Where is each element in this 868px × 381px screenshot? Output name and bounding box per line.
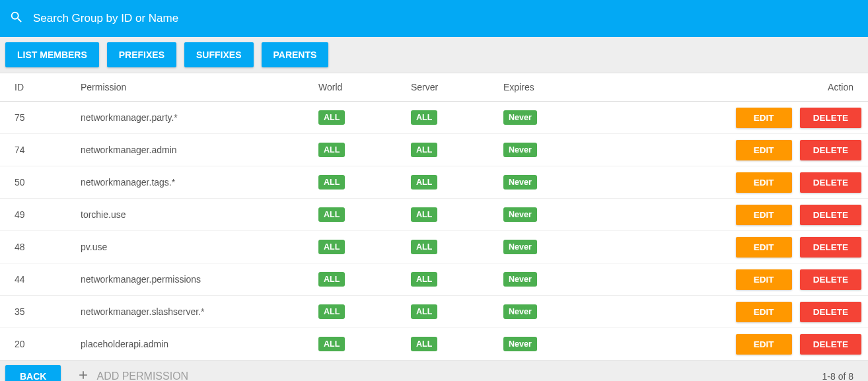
cell-server: ALL <box>411 304 503 319</box>
cell-world: ALL <box>318 304 411 319</box>
delete-button[interactable]: DELETE <box>800 334 861 355</box>
cell-permission: networkmanager.admin <box>81 145 318 155</box>
world-badge: ALL <box>318 304 345 319</box>
col-header-expires: Expires <box>503 82 596 92</box>
tab-parents[interactable]: PARENTS <box>262 42 329 67</box>
footer: BACK ADD PERMISSION 1-8 of 8 <box>0 361 868 381</box>
cell-id: 74 <box>15 145 81 155</box>
cell-permission: pv.use <box>81 242 318 252</box>
cell-id: 35 <box>15 306 81 317</box>
table-row: 48pv.useALLALLNeverEDITDELETE <box>0 231 868 263</box>
expires-badge: Never <box>503 272 537 287</box>
edit-button[interactable]: EDIT <box>736 237 792 258</box>
table-body: 75networkmanager.party.*ALLALLNeverEDITD… <box>0 102 868 361</box>
search-bar <box>0 0 868 37</box>
world-badge: ALL <box>318 272 345 287</box>
edit-button[interactable]: EDIT <box>736 269 792 290</box>
table-row: 35networkmanager.slashserver.*ALLALLNeve… <box>0 296 868 328</box>
server-badge: ALL <box>411 304 437 319</box>
cell-world: ALL <box>318 337 411 351</box>
expires-badge: Never <box>503 110 537 125</box>
cell-world: ALL <box>318 110 411 125</box>
cell-permission: placeholderapi.admin <box>81 339 318 349</box>
col-header-world: World <box>318 82 411 92</box>
server-badge: ALL <box>411 143 437 157</box>
cell-expires: Never <box>503 143 596 157</box>
table-row: 75networkmanager.party.*ALLALLNeverEDITD… <box>0 102 868 134</box>
cell-id: 44 <box>15 274 81 285</box>
expires-badge: Never <box>503 143 537 157</box>
cell-expires: Never <box>503 110 596 125</box>
delete-button[interactable]: DELETE <box>800 205 861 225</box>
cell-expires: Never <box>503 240 596 254</box>
cell-server: ALL <box>411 175 503 190</box>
expires-badge: Never <box>503 207 537 222</box>
delete-button[interactable]: DELETE <box>800 237 861 258</box>
cell-world: ALL <box>318 143 411 157</box>
cell-permission: networkmanager.permissions <box>81 274 318 285</box>
server-badge: ALL <box>411 272 437 287</box>
cell-id: 49 <box>15 209 81 220</box>
edit-button[interactable]: EDIT <box>736 334 792 355</box>
cell-server: ALL <box>411 207 503 222</box>
cell-permission: networkmanager.tags.* <box>81 177 318 188</box>
table-header: ID Permission World Server Expires Actio… <box>0 73 868 102</box>
expires-badge: Never <box>503 304 537 319</box>
world-badge: ALL <box>318 143 345 157</box>
add-permission-button[interactable]: ADD PERMISSION <box>77 368 188 381</box>
cell-server: ALL <box>411 272 503 287</box>
edit-button[interactable]: EDIT <box>736 302 792 322</box>
server-badge: ALL <box>411 337 437 351</box>
search-input[interactable] <box>33 12 859 25</box>
world-badge: ALL <box>318 110 345 125</box>
cell-expires: Never <box>503 304 596 319</box>
delete-button[interactable]: DELETE <box>800 302 861 322</box>
edit-button[interactable]: EDIT <box>736 108 792 128</box>
cell-world: ALL <box>318 272 411 287</box>
table-row: 49torchie.useALLALLNeverEDITDELETE <box>0 199 868 231</box>
table-row: 44networkmanager.permissionsALLALLNeverE… <box>0 263 868 296</box>
cell-expires: Never <box>503 207 596 222</box>
tab-suffixes[interactable]: SUFFIXES <box>184 42 253 67</box>
world-badge: ALL <box>318 175 345 190</box>
table-row: 20placeholderapi.adminALLALLNeverEDITDEL… <box>0 328 868 361</box>
world-badge: ALL <box>318 337 345 351</box>
edit-button[interactable]: EDIT <box>736 140 792 160</box>
add-permission-label: ADD PERMISSION <box>96 370 188 381</box>
delete-button[interactable]: DELETE <box>800 108 861 128</box>
tab-list-members[interactable]: LIST MEMBERS <box>5 42 99 67</box>
cell-server: ALL <box>411 143 503 157</box>
cell-id: 75 <box>15 112 81 123</box>
table-row: 74networkmanager.adminALLALLNeverEDITDEL… <box>0 134 868 166</box>
world-badge: ALL <box>318 240 345 254</box>
delete-button[interactable]: DELETE <box>800 172 861 193</box>
edit-button[interactable]: EDIT <box>736 172 792 193</box>
cell-server: ALL <box>411 110 503 125</box>
expires-badge: Never <box>503 240 537 254</box>
cell-permission: torchie.use <box>81 209 318 220</box>
edit-button[interactable]: EDIT <box>736 205 792 225</box>
expires-badge: Never <box>503 175 537 190</box>
cell-server: ALL <box>411 337 503 351</box>
back-button[interactable]: BACK <box>5 365 61 381</box>
cell-id: 20 <box>15 339 81 349</box>
col-header-action: Action <box>596 82 861 92</box>
plus-icon <box>77 368 96 381</box>
cell-expires: Never <box>503 272 596 287</box>
tabs-row: LIST MEMBERS PREFIXES SUFFIXES PARENTS <box>0 37 868 73</box>
server-badge: ALL <box>411 175 437 190</box>
tab-prefixes[interactable]: PREFIXES <box>107 42 176 67</box>
table-row: 50networkmanager.tags.*ALLALLNeverEDITDE… <box>0 166 868 199</box>
delete-button[interactable]: DELETE <box>800 269 861 290</box>
cell-world: ALL <box>318 175 411 190</box>
cell-expires: Never <box>503 337 596 351</box>
search-icon <box>9 10 33 27</box>
server-badge: ALL <box>411 240 437 254</box>
cell-world: ALL <box>318 240 411 254</box>
cell-expires: Never <box>503 175 596 190</box>
delete-button[interactable]: DELETE <box>800 140 861 160</box>
col-header-permission: Permission <box>81 82 318 92</box>
cell-server: ALL <box>411 240 503 254</box>
cell-id: 50 <box>15 177 81 188</box>
server-badge: ALL <box>411 110 437 125</box>
